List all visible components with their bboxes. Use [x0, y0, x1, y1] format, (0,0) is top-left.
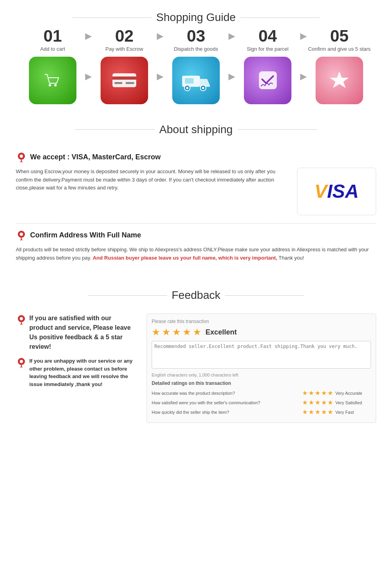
- r1-star-2: ★: [308, 389, 314, 397]
- step-2: 02 Pay with Escrow: [93, 28, 156, 53]
- feedback-left-col: If you are satisfied with our product an…: [16, 314, 135, 388]
- unhappy-text-row: If you are unhappy with our service or a…: [16, 357, 135, 388]
- detailed-label: Detailed ratings on this transaction: [152, 380, 371, 386]
- r3-star-4: ★: [321, 408, 327, 416]
- icon-arrow-4: ▶: [300, 71, 307, 90]
- rating-q-1: How accurate was the product description…: [152, 391, 302, 396]
- icon-arrow-1: ▶: [85, 71, 92, 90]
- svg-point-16: [20, 155, 23, 158]
- rating-stars-1: ★ ★ ★ ★ ★: [302, 389, 333, 397]
- payment-heading: We accept : VISA, MasterCard, Escrow: [30, 153, 161, 161]
- shipping-header: About shipping: [16, 116, 376, 140]
- r3-star-1: ★: [302, 408, 308, 416]
- feedback-section: Feedback If you are satisfied with our p…: [0, 278, 392, 435]
- r1-star-3: ★: [315, 389, 320, 397]
- steps-numbers-row: 01 Add to cart ▶ 02 Pay with Escrow ▶ 03…: [8, 28, 384, 53]
- r2-star-3: ★: [315, 399, 320, 406]
- rating-q-3: How quickly did the seller ship the item…: [152, 410, 302, 415]
- address-subsection: Confirm Address With Full Name All produ…: [16, 230, 376, 262]
- feedback-content: If you are satisfied with our product an…: [16, 314, 376, 423]
- header-line-right: [240, 17, 320, 18]
- visa-logo: VISA: [314, 180, 359, 202]
- step-5-label: Confirm and give us 5 stars: [308, 46, 371, 53]
- payment-content: When using Escrow,your money is deposite…: [16, 168, 376, 215]
- step-2-icon-wrap: [93, 57, 156, 104]
- svg-point-22: [20, 317, 23, 320]
- rating-val-2: Very Satisfied: [335, 400, 371, 405]
- review-textarea[interactable]: [152, 341, 371, 369]
- rating-row-3: How quickly did the seller ship the item…: [152, 408, 371, 416]
- icon-arrow-3: ▶: [228, 71, 235, 90]
- rating-q-2: How satisfied were you with the seller's…: [152, 400, 302, 405]
- svg-point-11: [202, 87, 204, 89]
- step-3-icon-wrap: [164, 57, 228, 104]
- r2-star-4: ★: [321, 399, 327, 406]
- rating-row-2: How satisfied were you with the seller's…: [152, 399, 371, 406]
- feedback-line-right: [225, 295, 304, 296]
- r1-star-5: ★: [327, 389, 333, 397]
- steps-icons-row: ▶ ▶: [8, 57, 384, 104]
- star-3: ★: [172, 327, 181, 338]
- satisfied-text-row: If you are satisfied with our product an…: [16, 314, 135, 352]
- stars-row: ★ ★ ★ ★ ★ Excellent: [152, 327, 371, 338]
- char-limit: English characters only, 1,000 character…: [152, 373, 371, 377]
- rating-val-1: Very Accurate: [335, 391, 371, 396]
- step-2-number: 02: [115, 28, 134, 44]
- r3-star-5: ★: [327, 408, 333, 416]
- svg-rect-3: [112, 73, 136, 87]
- pin-icon-satisfied: [16, 314, 27, 325]
- unhappy-text: If you are unhappy with our service or a…: [29, 357, 135, 388]
- pay-svg: [110, 69, 138, 91]
- svg-rect-5: [114, 82, 122, 84]
- address-body: All products will be tested strictly bef…: [16, 246, 376, 262]
- feedback-right-col: Please rate this transaction ★ ★ ★ ★ ★ E…: [147, 314, 376, 423]
- star-1: ★: [152, 327, 160, 338]
- step-4-number: 04: [259, 28, 277, 44]
- star-2: ★: [162, 327, 171, 338]
- step-1-icon-wrap: [21, 57, 84, 104]
- step-2-label: Pay with Escrow: [105, 46, 143, 53]
- truck-svg: [180, 69, 212, 92]
- star-svg: [327, 67, 352, 93]
- payment-title-row: We accept : VISA, MasterCard, Escrow: [16, 152, 376, 163]
- payment-subsection: We accept : VISA, MasterCard, Escrow Whe…: [16, 152, 376, 215]
- step-1-number: 01: [44, 28, 62, 44]
- shipping-line-right: [238, 129, 317, 130]
- svg-point-1: [49, 84, 51, 86]
- star-5: ★: [193, 327, 202, 338]
- arrow-1: ▶: [85, 31, 92, 49]
- rating-stars-2: ★ ★ ★ ★ ★: [302, 399, 333, 406]
- excellent-label: Excellent: [206, 328, 237, 336]
- header-line-left: [72, 17, 152, 18]
- r2-star-1: ★: [302, 399, 308, 406]
- shopping-guide-header: Shopping Guide: [8, 4, 384, 28]
- payment-body: When using Escrow,your money is deposite…: [16, 168, 289, 192]
- sign-svg: [255, 67, 281, 93]
- address-title-row: Confirm Address With Full Name: [16, 230, 376, 241]
- feedback-title: Feedback: [172, 289, 221, 302]
- step-4-icon: [244, 57, 291, 104]
- rating-stars-3: ★ ★ ★ ★ ★: [302, 408, 333, 416]
- satisfied-text: If you are satisfied with our product an…: [29, 314, 135, 352]
- r1-star-1: ★: [302, 389, 308, 397]
- arrow-3: ▶: [228, 31, 235, 49]
- icon-arrow-2: ▶: [157, 71, 164, 90]
- svg-point-25: [20, 360, 23, 363]
- rating-val-3: Very Fast: [335, 410, 371, 415]
- feedback-header: Feedback: [16, 282, 376, 306]
- step-1-icon: [29, 57, 76, 104]
- visa-logo-box: VISA: [297, 168, 376, 215]
- feedback-line-left: [88, 295, 167, 296]
- pin-icon-address: [16, 230, 27, 241]
- step-5-icon: [316, 57, 363, 104]
- svg-point-0: [41, 69, 65, 92]
- arrow-4: ▶: [300, 31, 307, 49]
- rating-row-1: How accurate was the product description…: [152, 389, 371, 397]
- svg-rect-6: [126, 82, 134, 84]
- step-5-number: 05: [330, 28, 349, 44]
- arrow-2: ▶: [157, 31, 164, 49]
- svg-point-19: [20, 233, 23, 236]
- address-heading: Confirm Address With Full Name: [30, 231, 141, 239]
- r3-star-2: ★: [308, 408, 314, 416]
- pin-icon-payment: [16, 152, 27, 163]
